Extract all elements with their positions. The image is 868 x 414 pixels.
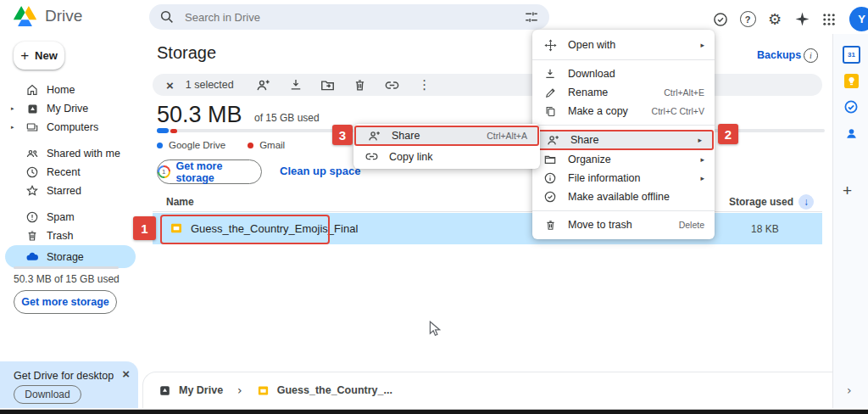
clear-selection-icon[interactable]: × bbox=[166, 78, 174, 92]
menu-item-make-a-copy[interactable]: Make a copy Ctrl+C Ctrl+V bbox=[532, 102, 715, 120]
get-more-storage-button[interactable]: Get more storage bbox=[14, 290, 117, 314]
drive-desktop-promo: Get Drive for desktop × Download bbox=[0, 361, 138, 408]
download-button[interactable]: Download bbox=[14, 385, 81, 404]
offline-status-icon[interactable] bbox=[710, 9, 731, 30]
usage-amount: 50.3 MB bbox=[157, 102, 242, 128]
my-drive-chip-icon bbox=[159, 384, 171, 397]
usage-bar-drive-segment bbox=[157, 128, 169, 133]
menu-item-organize[interactable]: Organize ▸ bbox=[532, 150, 715, 169]
sidebar-item-recent[interactable]: Recent bbox=[0, 163, 142, 182]
header-actions: ? ⚙ Y bbox=[710, 7, 868, 31]
add-addon-icon[interactable]: + bbox=[843, 182, 852, 200]
share-person-add-icon[interactable] bbox=[254, 76, 273, 94]
screen-bottom-edge bbox=[0, 409, 868, 414]
search-input[interactable] bbox=[183, 10, 515, 25]
download-icon[interactable] bbox=[287, 76, 305, 94]
sidebar-item-shared-with-me[interactable]: Shared with me bbox=[0, 144, 142, 163]
sidebar-item-storage[interactable]: Storage bbox=[5, 245, 136, 268]
trash-icon[interactable] bbox=[351, 76, 370, 94]
breadcrumb-file[interactable]: Guess_the_Country_... bbox=[277, 384, 392, 396]
search-bar[interactable] bbox=[149, 4, 549, 30]
menu-item-move-to-trash[interactable]: Move to trash Delete bbox=[532, 215, 715, 234]
home-icon bbox=[25, 83, 39, 97]
sort-descending-icon[interactable]: ↓ bbox=[798, 194, 814, 210]
calendar-icon[interactable]: 31 bbox=[843, 46, 860, 63]
expand-arrow-icon[interactable]: ▸ bbox=[11, 124, 14, 131]
cloud-icon bbox=[25, 249, 39, 264]
search-icon bbox=[159, 9, 175, 25]
backups-link[interactable]: Backups bbox=[757, 49, 801, 61]
star-icon bbox=[25, 184, 39, 198]
menu-divider bbox=[532, 125, 715, 126]
selection-count: 1 selected bbox=[186, 79, 234, 91]
context-menu: Open with ▸ Download Rename Ctrl+Alt+E M… bbox=[532, 30, 715, 239]
sidebar-item-label: Starred bbox=[47, 185, 81, 197]
page-title: Storage bbox=[157, 43, 216, 63]
info-icon[interactable]: i bbox=[804, 48, 818, 63]
table-header-divider bbox=[153, 211, 822, 212]
sidebar-item-trash[interactable]: Trash bbox=[0, 227, 142, 245]
menu-item-file-information[interactable]: File information ▸ bbox=[532, 169, 715, 187]
legend-gmail: Gmail bbox=[248, 140, 285, 150]
usage-detail: of 15 GB used bbox=[254, 112, 320, 124]
trash-icon bbox=[25, 229, 39, 243]
info-icon bbox=[542, 171, 558, 185]
sidebar-item-computers[interactable]: ▸ Computers bbox=[0, 118, 142, 137]
sidebar-item-label: My Drive bbox=[47, 103, 88, 115]
sidebar-item-my-drive[interactable]: ▸ My Drive bbox=[0, 99, 142, 118]
menu-item-download[interactable]: Download bbox=[532, 64, 715, 83]
google-one-icon: 1 bbox=[158, 165, 170, 178]
copy-icon bbox=[542, 105, 558, 118]
file-storage-used: 18 KB bbox=[751, 223, 779, 235]
google-drive-window: Drive ? ⚙ bbox=[0, 0, 868, 414]
keep-icon[interactable] bbox=[843, 72, 860, 89]
download-icon bbox=[542, 67, 558, 81]
move-folder-icon[interactable] bbox=[319, 76, 337, 94]
expand-arrow-icon[interactable]: ▸ bbox=[11, 105, 14, 112]
people-icon bbox=[25, 147, 39, 160]
breadcrumb-root[interactable]: My Drive bbox=[179, 384, 223, 396]
more-options-icon[interactable]: ⋮ bbox=[415, 76, 434, 94]
search-options-icon[interactable] bbox=[524, 9, 539, 25]
menu-item-open-with[interactable]: Open with ▸ bbox=[532, 35, 715, 55]
settings-gear-icon[interactable]: ⚙ bbox=[765, 9, 785, 30]
submenu-arrow-icon: ▸ bbox=[700, 174, 704, 182]
menu-item-make-available-offline[interactable]: Make available offline bbox=[532, 187, 715, 206]
clean-up-space-link[interactable]: Clean up space bbox=[280, 165, 360, 177]
folder-icon bbox=[542, 153, 558, 166]
tasks-icon[interactable] bbox=[843, 98, 860, 115]
new-button[interactable]: + New bbox=[14, 42, 64, 70]
sidebar-item-starred[interactable]: Starred bbox=[0, 182, 142, 200]
storage-meter bbox=[14, 266, 119, 269]
storage-summary: 50.3 MB of 15 GB used bbox=[14, 273, 120, 285]
menu-divider bbox=[532, 210, 715, 211]
pencil-icon bbox=[542, 87, 558, 99]
avatar[interactable]: Y bbox=[849, 7, 868, 31]
trash-icon bbox=[542, 219, 558, 232]
help-icon[interactable]: ? bbox=[737, 9, 758, 30]
close-icon[interactable]: × bbox=[122, 366, 130, 381]
panel-collapse-icon[interactable]: › bbox=[847, 383, 852, 397]
sidebar-item-home[interactable]: Home bbox=[0, 81, 142, 99]
selection-toolbar: × 1 selected ⋮ bbox=[153, 74, 822, 96]
table-row[interactable]: Guess_the_Country_Emojis_Final 18 KB bbox=[153, 213, 822, 244]
drive-logo-icon bbox=[14, 6, 36, 26]
contacts-icon[interactable] bbox=[843, 125, 860, 142]
get-more-storage-button-main[interactable]: 1 Get more storage bbox=[157, 159, 262, 184]
drive-logo-area[interactable]: Drive bbox=[14, 6, 82, 26]
mouse-cursor bbox=[429, 321, 442, 342]
submenu-item-share[interactable]: Share Ctrl+Alt+A bbox=[354, 126, 539, 146]
chevron-right-icon: › bbox=[231, 383, 249, 397]
menu-item-rename[interactable]: Rename Ctrl+Alt+E bbox=[532, 83, 715, 102]
share-submenu: Share Ctrl+Alt+A Copy link bbox=[353, 124, 540, 169]
app-title: Drive bbox=[45, 7, 82, 25]
apps-grid-icon[interactable] bbox=[819, 9, 839, 30]
sidebar-item-spam[interactable]: Spam bbox=[0, 208, 142, 227]
column-header-storage-used[interactable]: Storage used ↓ bbox=[729, 194, 814, 210]
submenu-item-copy-link[interactable]: Copy link bbox=[353, 146, 540, 167]
link-icon[interactable] bbox=[383, 76, 402, 94]
drive-dot-icon bbox=[157, 143, 163, 148]
menu-item-share[interactable]: Share ▸ bbox=[533, 130, 714, 150]
column-header-name[interactable]: Name bbox=[166, 196, 194, 208]
gemini-sparkle-icon[interactable] bbox=[792, 9, 812, 30]
